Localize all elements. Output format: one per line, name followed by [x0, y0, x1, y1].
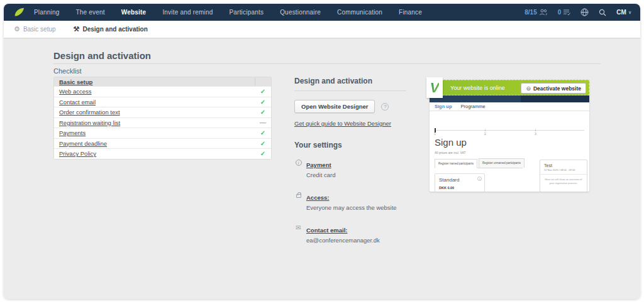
preview-tab-bar: Sign up Programme: [430, 102, 589, 111]
deactivate-website-button[interactable]: ⊖ Deactivate website: [521, 83, 586, 94]
preview-vat-note: All prices are incl. VAT: [435, 151, 466, 155]
nav-the-event[interactable]: The event: [76, 9, 105, 16]
checklist-header-basic-setup[interactable]: Basic setup: [54, 79, 255, 85]
ticket-name: Standard: [439, 177, 480, 183]
website-preview-frame[interactable]: Your website is online ⊖ Deactivate webs…: [430, 80, 589, 192]
quick-guide-link[interactable]: Get quick guide to Website Designer: [294, 120, 391, 127]
designer-row: Open Website Designer ?: [294, 100, 411, 113]
check-icon: ✓: [255, 129, 271, 136]
brand-logo-icon[interactable]: [13, 7, 26, 18]
table-row: Payments ✓: [54, 128, 271, 138]
access-link[interactable]: Access:: [306, 194, 329, 201]
check-icon: ✓: [255, 88, 271, 95]
event-note: Here we will show an overview of your re…: [540, 175, 587, 188]
subnav-design-activation-label: Design and activation: [82, 26, 147, 33]
table-row: Payment deadline ✓: [54, 138, 271, 149]
payment-icon: i: [294, 158, 303, 178]
chevron-down-icon: ∨: [628, 10, 631, 15]
tasks-counter[interactable]: 0: [558, 9, 571, 16]
panel-title: Design and activation: [294, 77, 411, 85]
setting-access: Access: Everyone may access the website: [294, 191, 411, 211]
contact-email-value: ea@conferencemanager.dk: [306, 237, 380, 244]
setting-payment: i Payment Credit card: [294, 158, 411, 178]
nav-questionnaire[interactable]: Questionnaire: [280, 9, 321, 16]
nav-website[interactable]: Website: [121, 9, 147, 16]
payment-value: Credit card: [306, 171, 335, 178]
user-menu-label: CM: [616, 9, 626, 16]
table-row: Order confirmation text ✓: [54, 107, 271, 117]
page-title: Design and activation: [53, 50, 151, 61]
top-nav-right: 8/15 0: [525, 8, 631, 16]
participants-counter[interactable]: 8/15: [525, 9, 547, 16]
nav-finance[interactable]: Finance: [399, 9, 422, 16]
preview-tab-sign-up[interactable]: Sign up: [435, 104, 452, 109]
website-online-status: Your website is online: [450, 85, 505, 91]
sub-nav: ⚙ Basic setup ⚒ Design and activation: [4, 21, 640, 38]
app-window: Planning The event Website Invite and re…: [4, 4, 640, 299]
subnav-basic-setup[interactable]: ⚙ Basic setup: [14, 25, 56, 33]
stepper-tick: [485, 129, 486, 131]
register-tabs: Register named participants Register unn…: [435, 158, 523, 168]
check-icon: ✓: [255, 140, 271, 147]
subnav-basic-setup-label: Basic setup: [23, 26, 56, 33]
register-unnamed-tab[interactable]: Register unnamed participants: [479, 158, 525, 168]
globe-icon[interactable]: [580, 8, 589, 16]
check-icon: ✓: [255, 109, 271, 116]
help-icon[interactable]: ?: [381, 103, 389, 111]
ticket-price: DKK 0.00: [439, 186, 480, 190]
payment-link[interactable]: Payment: [306, 161, 331, 168]
tools-icon: ⚒: [74, 25, 80, 33]
user-menu[interactable]: CM ∨: [616, 9, 631, 16]
contact-email-link[interactable]: Contact email:: [306, 227, 347, 234]
setting-contact-email: ✉ Contact email: ea@conferencemanager.dk: [294, 224, 411, 244]
checklist-link-payments[interactable]: Payments: [54, 129, 255, 136]
website-logo-badge: V: [426, 77, 443, 98]
task-list-icon: [563, 9, 570, 16]
nav-communication[interactable]: Communication: [337, 9, 382, 16]
open-website-designer-button[interactable]: Open Website Designer: [294, 100, 375, 113]
nav-invite-and-remind[interactable]: Invite and remind: [162, 9, 213, 16]
checklist-table: Basic setup Web access ✓ Contact email ✓…: [53, 77, 272, 160]
dash-icon: —: [255, 119, 271, 126]
preview-body: 1 2 3 Sign up All prices are incl. VAT R…: [430, 111, 589, 191]
table-row: Web access ✓: [54, 86, 271, 97]
nav-planning[interactable]: Planning: [34, 9, 60, 16]
subnav-design-activation[interactable]: ⚒ Design and activation: [74, 25, 148, 33]
envelope-icon: ✉: [294, 224, 303, 244]
checklist-link-privacy-policy[interactable]: Privacy Policy: [54, 150, 255, 157]
people-icon: [539, 9, 548, 16]
website-logo-letter: V: [430, 80, 440, 96]
ticket-card-standard[interactable]: Standard DKK 0.00 i: [435, 173, 485, 192]
table-row: Registration waiting list —: [54, 117, 271, 128]
step-number-1: 1: [434, 132, 436, 136]
search-icon[interactable]: [599, 9, 606, 16]
step-number-2: 2: [484, 132, 486, 136]
lock-icon: [294, 191, 303, 211]
event-datetime: 12 Nov 2025 / 08:00 - 09:00: [540, 168, 587, 175]
progress-stepper: [435, 130, 584, 131]
table-row: Privacy Policy ✓: [54, 148, 271, 159]
top-nav: Planning The event Website Invite and re…: [4, 4, 640, 21]
nav-participants[interactable]: Participants: [229, 9, 264, 16]
website-online-bar: Your website is online ⊖ Deactivate webs…: [430, 80, 589, 95]
your-settings-title: Your settings: [294, 141, 411, 149]
preview-tab-programme[interactable]: Programme: [461, 104, 486, 109]
website-preview: V Your website is online ⊖ Deactivate we…: [430, 80, 589, 192]
event-summary-card: Test 12 Nov 2025 / 08:00 - 09:00 Here we…: [540, 160, 587, 192]
info-icon[interactable]: i: [477, 176, 482, 181]
main-menu: Planning The event Website Invite and re…: [34, 9, 422, 16]
minus-circle-icon: ⊖: [526, 85, 531, 92]
panel-divider: [294, 90, 406, 91]
design-activation-panel: Design and activation Open Website Desig…: [294, 77, 411, 244]
checklist-link-web-access[interactable]: Web access: [54, 88, 255, 95]
register-named-tab[interactable]: Register named participants: [435, 159, 477, 168]
checklist-link-registration-waiting-list[interactable]: Registration waiting list: [54, 119, 255, 126]
checklist-header-status-col: [255, 77, 271, 86]
preview-header-bar: [430, 95, 589, 102]
preview-sign-up-heading: Sign up: [435, 137, 467, 148]
deactivate-website-label: Deactivate website: [533, 85, 581, 92]
title-divider: [53, 63, 601, 64]
checklist-link-order-confirmation[interactable]: Order confirmation text: [54, 109, 255, 116]
checklist-link-contact-email[interactable]: Contact email: [54, 99, 255, 106]
checklist-link-payment-deadline[interactable]: Payment deadline: [54, 140, 255, 147]
